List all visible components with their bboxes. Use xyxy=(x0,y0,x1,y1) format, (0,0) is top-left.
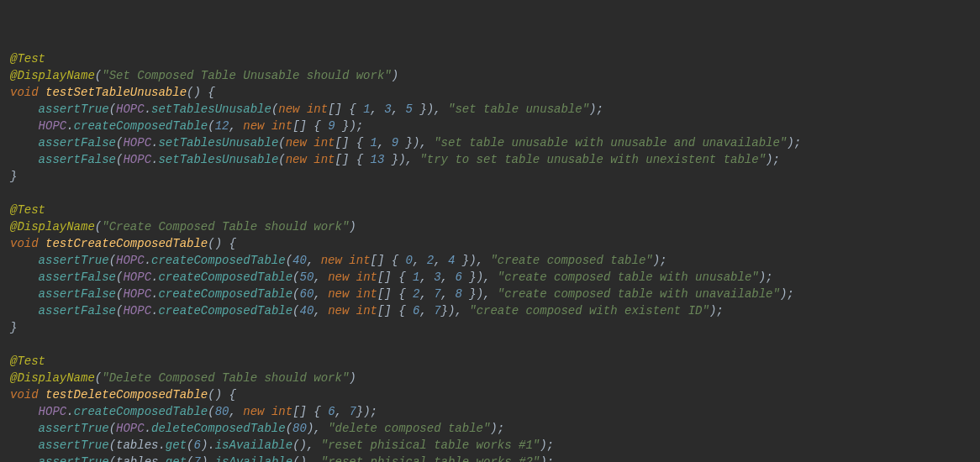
annotation-displayname: @DisplayName("Create Composed Table shou… xyxy=(10,218,970,235)
blank-line xyxy=(10,185,970,202)
annotation-test: @Test xyxy=(10,202,970,218)
blank-line xyxy=(10,336,970,353)
code-line: assertTrue(HOPC.deleteComposedTable(80),… xyxy=(10,420,970,437)
method-signature: void testDeleteComposedTable() { xyxy=(10,386,970,403)
close-brace: } xyxy=(10,168,970,185)
code-line: assertFalse(HOPC.setTablesUnusable(new i… xyxy=(10,151,970,168)
code-line: assertFalse(HOPC.createComposedTable(40,… xyxy=(10,302,970,319)
annotation-test: @Test xyxy=(10,50,970,67)
annotation-test: @Test xyxy=(10,353,970,370)
code-line: assertTrue(tables.get(7).isAvailable(), … xyxy=(10,454,970,462)
code-editor[interactable]: @Test@DisplayName("Set Composed Table Un… xyxy=(0,50,980,462)
code-line: HOPC.createComposedTable(80, new int[] {… xyxy=(10,403,970,420)
code-line: assertFalse(HOPC.createComposedTable(50,… xyxy=(10,269,970,286)
annotation-displayname: @DisplayName("Set Composed Table Unusabl… xyxy=(10,67,970,84)
code-line: assertTrue(HOPC.setTablesUnusable(new in… xyxy=(10,101,970,118)
method-signature: void testSetTableUnusable() { xyxy=(10,84,970,101)
code-line: HOPC.createComposedTable(12, new int[] {… xyxy=(10,118,970,134)
method-signature: void testCreateComposedTable() { xyxy=(10,235,970,252)
code-line: assertFalse(HOPC.setTablesUnusable(new i… xyxy=(10,134,970,151)
code-line: assertTrue(tables.get(6).isAvailable(), … xyxy=(10,437,970,454)
code-line: assertTrue(HOPC.createComposedTable(40, … xyxy=(10,252,970,269)
code-line: assertFalse(HOPC.createComposedTable(60,… xyxy=(10,286,970,302)
close-brace: } xyxy=(10,319,970,336)
annotation-displayname: @DisplayName("Delete Composed Table shou… xyxy=(10,370,970,386)
